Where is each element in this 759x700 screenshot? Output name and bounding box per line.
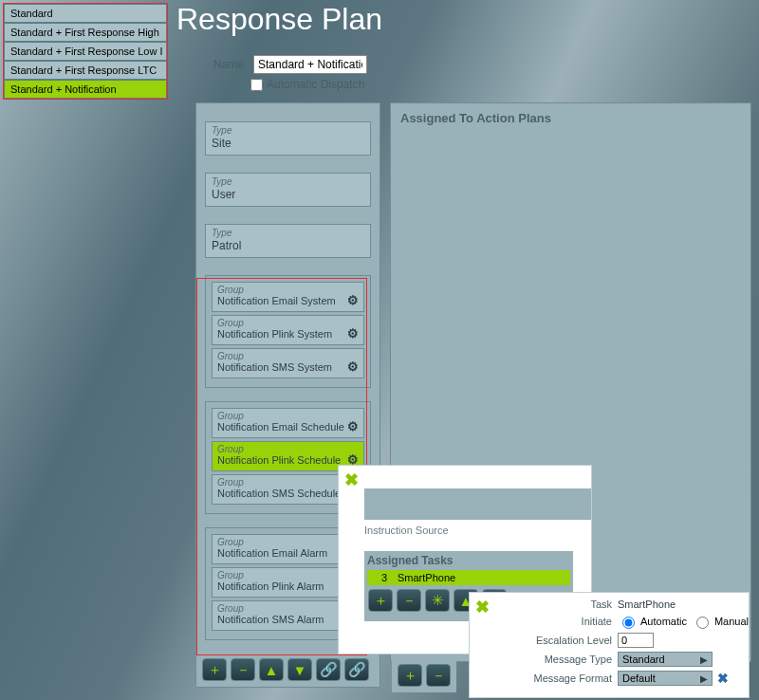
remove-button[interactable]: － — [231, 658, 255, 681]
burst-button[interactable]: ✳ — [425, 589, 450, 612]
sidebar: Standard Standard + First Response High … — [3, 3, 168, 100]
move-down-button[interactable]: ▼ — [287, 658, 312, 681]
instruction-source-label: Instruction Source — [364, 525, 449, 536]
remove-button[interactable]: － — [426, 664, 451, 687]
group-row-plink-system[interactable]: Group Notification Plink System ⚙ — [212, 315, 364, 345]
sidebar-item-notification[interactable]: Standard + Notification — [4, 80, 167, 99]
task-row[interactable]: 3 SmartPhone — [367, 570, 570, 585]
clear-icon[interactable]: ✖ — [717, 671, 729, 686]
gear-icon[interactable]: ⚙ — [347, 359, 360, 374]
gear-icon[interactable]: ⚙ — [347, 419, 360, 433]
type-box-patrol[interactable]: Type Patrol — [205, 224, 371, 258]
close-icon[interactable]: ✖ — [344, 470, 359, 490]
type-value: Patrol — [212, 239, 364, 252]
assigned-action-plans-title: Assigned To Action Plans — [400, 111, 741, 125]
add-button[interactable]: ＋ — [398, 664, 422, 687]
page-title: Response Plan — [176, 2, 382, 37]
task-number: 3 — [371, 572, 398, 583]
types-action-row: ＋ － ▲ ▼ 🔗 🔗 — [196, 654, 380, 687]
dialog-header-bar — [364, 488, 591, 520]
auto-dispatch-checkbox[interactable] — [250, 79, 263, 91]
task-label: Task — [521, 599, 612, 610]
sidebar-item-first-response-ltc[interactable]: Standard + First Response LTC — [4, 61, 167, 80]
message-format-select[interactable]: Default ▶ — [618, 671, 713, 686]
type-box-user[interactable]: Type User — [205, 173, 371, 207]
gear-icon[interactable]: ⚙ — [347, 293, 360, 307]
chevron-right-icon: ▶ — [700, 654, 708, 665]
type-value: User — [212, 188, 364, 201]
task-value: SmartPhone — [618, 599, 741, 610]
right-action-row: ＋ － — [392, 658, 456, 692]
type-box-site[interactable]: Type Site — [205, 121, 371, 156]
sidebar-item-first-response-high[interactable]: Standard + First Response High — [4, 23, 167, 42]
auto-dispatch-row: Automatic Dispatch — [250, 78, 364, 91]
escalation-input[interactable] — [618, 633, 654, 648]
sidebar-item-standard[interactable]: Standard — [4, 4, 167, 23]
group-row-email-schedule[interactable]: Group Notification Email Schedule ⚙ — [212, 408, 364, 438]
move-up-button[interactable]: ▲ — [259, 658, 284, 681]
type-kind-label: Type — [212, 125, 364, 136]
message-type-label: Message Type — [521, 654, 612, 665]
escalation-label: Escalation Level — [521, 635, 612, 646]
initiate-label: Initiate — [521, 616, 612, 627]
close-icon[interactable]: ✖ — [475, 597, 490, 617]
assigned-tasks-title: Assigned Tasks — [364, 551, 573, 570]
gear-icon[interactable]: ⚙ — [347, 326, 360, 341]
task-properties-dialog: ✖ Task SmartPhone Initiate Automatic Man… — [469, 592, 750, 698]
message-type-select[interactable]: Standard ▶ — [618, 652, 713, 667]
group-row-sms-system[interactable]: Group Notification SMS System ⚙ — [212, 348, 364, 378]
initiate-manual-radio[interactable]: Manual — [692, 614, 749, 629]
name-label: Name — [213, 58, 244, 71]
chevron-right-icon: ▶ — [700, 673, 708, 684]
name-row: Name — [213, 55, 367, 74]
group-row-email-system[interactable]: Group Notification Email System ⚙ — [212, 282, 364, 312]
add-button[interactable]: ＋ — [202, 658, 227, 681]
type-kind-label: Type — [212, 176, 364, 187]
remove-button[interactable]: － — [397, 589, 421, 612]
group-block-system: Group Notification Email System ⚙ Group … — [205, 275, 371, 388]
auto-dispatch-label: Automatic Dispatch — [267, 78, 364, 91]
type-kind-label: Type — [212, 228, 364, 238]
message-format-label: Message Format — [521, 672, 612, 684]
name-input[interactable] — [253, 55, 367, 74]
initiate-automatic-radio[interactable]: Automatic — [618, 614, 687, 629]
add-button[interactable]: ＋ — [368, 589, 393, 612]
type-value: Site — [212, 137, 364, 150]
link-button-2[interactable]: 🔗 — [344, 658, 369, 681]
link-button[interactable]: 🔗 — [316, 658, 341, 681]
task-name: SmartPhone — [398, 572, 455, 583]
sidebar-item-first-response-low[interactable]: Standard + First Response Low I — [4, 42, 167, 61]
